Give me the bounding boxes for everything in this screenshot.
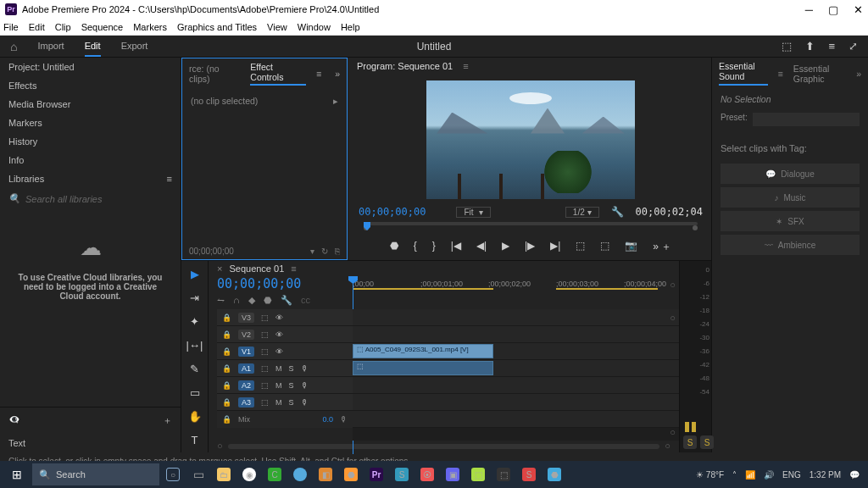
preset-dropdown[interactable] xyxy=(753,113,860,126)
tab-essential-sound[interactable]: Essential Sound xyxy=(719,61,768,86)
panel-media-browser[interactable]: Media Browser xyxy=(0,95,181,114)
settings-icon[interactable]: 🔧 xyxy=(611,206,624,218)
app-icon-6[interactable]: ⦿ xyxy=(415,463,439,486)
tab-export[interactable]: Export xyxy=(121,36,148,57)
menu-edit[interactable]: Edit xyxy=(29,22,45,32)
tag-dialogue[interactable]: 💬Dialogue xyxy=(721,164,860,184)
lift-icon[interactable]: ⬚ xyxy=(576,240,585,254)
rectangle-tool[interactable]: ▭ xyxy=(186,385,203,400)
close-button[interactable]: ✕ xyxy=(854,3,863,16)
settings-icon[interactable]: ⬣ xyxy=(264,295,272,306)
program-menu-icon[interactable]: ≡ xyxy=(463,61,468,71)
filter-icon[interactable]: ▾ xyxy=(310,247,314,256)
tab-effect-controls[interactable]: Effect Controls xyxy=(250,62,306,86)
tag-music[interactable]: ♪Music xyxy=(721,187,860,208)
app-icon-2[interactable] xyxy=(288,463,312,486)
go-to-out-icon[interactable]: ▶| xyxy=(550,240,560,254)
timeline-content[interactable]: ⬚ A005_C049_092S3L_001.mp4 [V] ⬚ ○ ○ xyxy=(353,309,679,441)
track-mix-header[interactable]: 🔒Mix0.0🎙 xyxy=(217,411,353,428)
clock[interactable]: 1:32 PM xyxy=(810,470,841,480)
expand-icon[interactable]: ▸ xyxy=(333,96,338,106)
app-icon-3[interactable]: ◧ xyxy=(314,463,337,486)
panel-info[interactable]: Info xyxy=(0,151,181,169)
weather-widget[interactable]: ☀ 78°F xyxy=(696,470,724,480)
start-button[interactable]: ⊞ xyxy=(3,463,31,486)
solo-left[interactable]: S xyxy=(683,435,697,449)
track-select-tool[interactable]: ⇥ xyxy=(186,290,203,305)
sequence-tab[interactable]: Sequence 01 xyxy=(229,263,284,274)
track-v1-header[interactable]: 🔒V1⬚👁 xyxy=(217,343,353,360)
hand-tool[interactable]: ✋ xyxy=(186,408,203,424)
go-to-in-icon[interactable]: |◀ xyxy=(451,240,461,254)
chrome-icon[interactable]: ◉ xyxy=(237,463,261,486)
sequence-menu-icon[interactable]: ≡ xyxy=(291,263,296,274)
link-icon[interactable]: ∩ xyxy=(233,295,240,306)
track-a2-header[interactable]: 🔒A2⬚MS🎙 xyxy=(217,377,353,394)
program-monitor[interactable] xyxy=(426,80,635,199)
track-a3-header[interactable]: 🔒A3⬚MS🎙 xyxy=(217,394,353,411)
taskbar-search[interactable]: 🔍Search xyxy=(32,463,159,485)
timeline-timecode[interactable]: 00;00;00;00 xyxy=(217,276,353,291)
app-icon-11[interactable]: ⬣ xyxy=(542,463,566,486)
app-icon-7[interactable]: ▣ xyxy=(441,463,465,486)
timeline-ruler[interactable]: ;00;00 ;00;00;01;00 ;00;00;02;00 ;00;00;… xyxy=(353,276,679,302)
menu-sequence[interactable]: Sequence xyxy=(81,22,124,32)
camera-icon[interactable]: 📷 xyxy=(625,240,637,254)
wrench-icon[interactable]: 🔧 xyxy=(281,295,292,306)
explorer-icon[interactable]: 🗀 xyxy=(212,463,236,486)
program-scrubber[interactable] xyxy=(364,222,698,234)
tray-overflow-icon[interactable]: ˄ xyxy=(732,470,737,480)
tab-edit[interactable]: Edit xyxy=(85,36,101,57)
marker-icon[interactable]: ⬣ xyxy=(390,240,398,254)
menu-window[interactable]: Window xyxy=(298,22,331,32)
app-icon-10[interactable]: S xyxy=(517,463,541,486)
tab-source[interactable]: rce: (no clips) xyxy=(189,64,240,84)
step-forward-icon[interactable]: |▶ xyxy=(525,240,535,254)
snap-icon[interactable]: ⥊ xyxy=(217,295,225,306)
app-icon-5[interactable]: S xyxy=(390,463,414,486)
tag-sfx[interactable]: ✶SFX xyxy=(721,211,860,231)
cortana-icon[interactable]: ○ xyxy=(161,463,185,486)
volume-icon[interactable]: 🔊 xyxy=(764,470,774,480)
app-icon-1[interactable]: C xyxy=(263,463,287,486)
minimize-button[interactable]: ─ xyxy=(805,3,813,16)
workspace-menu-icon[interactable]: ≡ xyxy=(828,40,835,53)
audio-clip[interactable]: ⬚ xyxy=(353,361,493,375)
menu-view[interactable]: View xyxy=(267,22,287,32)
menu-markers[interactable]: Markers xyxy=(133,22,167,32)
out-point-icon[interactable]: } xyxy=(432,240,436,254)
tag-ambience[interactable]: 〰Ambience xyxy=(721,235,860,255)
libraries-search[interactable]: 🔍 Search all libraries xyxy=(0,188,181,209)
premiere-icon[interactable]: Pr xyxy=(364,463,388,486)
menu-file[interactable]: File xyxy=(3,22,19,32)
quick-export-icon[interactable]: ⬚ xyxy=(782,40,792,53)
panel-effects[interactable]: Effects xyxy=(0,76,181,95)
home-icon[interactable]: ⌂ xyxy=(10,40,17,53)
razor-tool[interactable]: |↔| xyxy=(186,337,203,352)
panel-text[interactable]: Text xyxy=(0,434,181,452)
libraries-menu-icon[interactable]: ≡ xyxy=(167,174,172,184)
share-icon[interactable]: ⬆ xyxy=(805,40,815,53)
selection-tool[interactable]: ▶ xyxy=(186,266,203,281)
notifications-icon[interactable]: 💬 xyxy=(849,470,860,480)
tab-essential-graphics[interactable]: Essential Graphic xyxy=(793,64,846,84)
add-icon[interactable]: ＋ xyxy=(163,414,172,427)
marker-add-icon[interactable]: ◆ xyxy=(248,295,255,306)
panel-project[interactable]: Project: Untitled xyxy=(0,58,181,76)
more-icon[interactable]: » ＋ xyxy=(653,240,671,254)
play-icon[interactable]: ▶ xyxy=(502,240,509,254)
rp-overflow-icon[interactable]: » xyxy=(856,69,861,79)
export-frame-icon[interactable]: ⎘ xyxy=(335,247,340,256)
fullscreen-icon[interactable]: ⤢ xyxy=(849,40,858,53)
track-v2-header[interactable]: 🔒V2⬚👁 xyxy=(217,326,353,343)
task-view-icon[interactable]: ▭ xyxy=(186,463,210,486)
slip-tool[interactable]: ✎ xyxy=(186,361,203,376)
menu-help[interactable]: Help xyxy=(341,22,360,32)
resolution-dropdown[interactable]: 1/2 ▾ xyxy=(565,207,599,218)
loop-icon[interactable]: ↻ xyxy=(321,247,328,256)
cc-icon[interactable]: cc xyxy=(301,295,310,306)
left-bottom-row[interactable]: 👁‍🗨 ＋ xyxy=(0,408,181,434)
program-timecode-left[interactable]: 00;00;00;00 xyxy=(359,206,426,218)
app-icon-9[interactable]: ⬚ xyxy=(492,463,515,486)
zoom-fit-dropdown[interactable]: Fit▾ xyxy=(456,207,490,218)
